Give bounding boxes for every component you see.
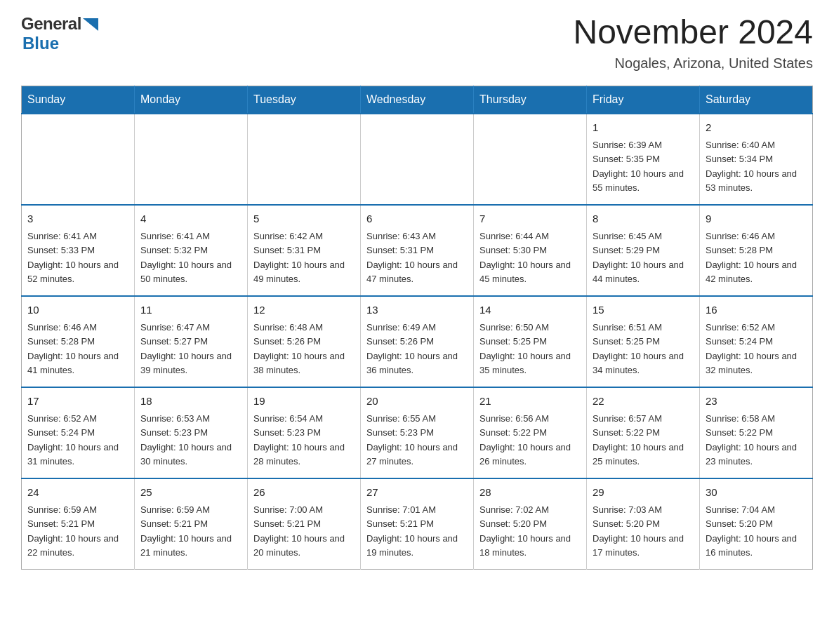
day-info: Sunrise: 6:40 AMSunset: 5:34 PMDaylight:… [706, 138, 807, 195]
calendar-cell: 28Sunrise: 7:02 AMSunset: 5:20 PMDayligh… [474, 478, 587, 570]
calendar-cell: 16Sunrise: 6:52 AMSunset: 5:24 PMDayligh… [700, 296, 813, 387]
day-number: 2 [706, 120, 807, 136]
column-header-thursday: Thursday [474, 86, 587, 114]
calendar-cell: 30Sunrise: 7:04 AMSunset: 5:20 PMDayligh… [700, 478, 813, 570]
day-info: Sunrise: 6:53 AMSunset: 5:23 PMDaylight:… [140, 412, 241, 469]
day-number: 24 [27, 485, 128, 501]
day-number: 27 [366, 485, 468, 501]
column-header-saturday: Saturday [700, 86, 813, 114]
day-info: Sunrise: 6:51 AMSunset: 5:25 PMDaylight:… [593, 321, 694, 377]
column-header-tuesday: Tuesday [248, 86, 361, 114]
calendar-cell [22, 114, 135, 205]
day-number: 10 [27, 302, 128, 318]
calendar-cell [135, 114, 248, 205]
calendar-cell: 24Sunrise: 6:59 AMSunset: 5:21 PMDayligh… [22, 478, 135, 570]
day-number: 23 [706, 394, 807, 410]
day-info: Sunrise: 6:46 AMSunset: 5:28 PMDaylight:… [706, 229, 807, 286]
day-info: Sunrise: 6:46 AMSunset: 5:28 PMDaylight:… [27, 321, 128, 377]
calendar-cell: 7Sunrise: 6:44 AMSunset: 5:30 PMDaylight… [474, 205, 587, 296]
day-number: 17 [27, 394, 128, 410]
day-info: Sunrise: 6:57 AMSunset: 5:22 PMDaylight:… [593, 412, 694, 469]
svg-marker-0 [83, 18, 98, 31]
calendar-cell: 11Sunrise: 6:47 AMSunset: 5:27 PMDayligh… [135, 296, 248, 387]
calendar-cell: 21Sunrise: 6:56 AMSunset: 5:22 PMDayligh… [474, 387, 587, 478]
day-number: 13 [366, 302, 468, 318]
day-info: Sunrise: 6:55 AMSunset: 5:23 PMDaylight:… [366, 412, 468, 469]
day-info: Sunrise: 6:48 AMSunset: 5:26 PMDaylight:… [253, 321, 355, 377]
week-row-3: 10Sunrise: 6:46 AMSunset: 5:28 PMDayligh… [22, 296, 813, 387]
week-row-1: 1Sunrise: 6:39 AMSunset: 5:35 PMDaylight… [22, 114, 813, 205]
week-row-5: 24Sunrise: 6:59 AMSunset: 5:21 PMDayligh… [22, 478, 813, 570]
day-info: Sunrise: 6:47 AMSunset: 5:27 PMDaylight:… [140, 321, 241, 377]
logo: General Blue [21, 14, 98, 53]
calendar-subtitle: Nogales, Arizona, United States [573, 55, 813, 72]
column-header-wednesday: Wednesday [361, 86, 474, 114]
calendar-cell: 29Sunrise: 7:03 AMSunset: 5:20 PMDayligh… [587, 478, 700, 570]
week-row-4: 17Sunrise: 6:52 AMSunset: 5:24 PMDayligh… [22, 387, 813, 478]
title-area: November 2024 Nogales, Arizona, United S… [573, 14, 813, 72]
day-info: Sunrise: 6:59 AMSunset: 5:21 PMDaylight:… [27, 503, 128, 560]
day-number: 21 [479, 394, 581, 410]
day-info: Sunrise: 6:58 AMSunset: 5:22 PMDaylight:… [706, 412, 807, 469]
day-info: Sunrise: 6:52 AMSunset: 5:24 PMDaylight:… [27, 412, 128, 469]
day-info: Sunrise: 7:01 AMSunset: 5:21 PMDaylight:… [366, 503, 468, 560]
calendar-cell: 19Sunrise: 6:54 AMSunset: 5:23 PMDayligh… [248, 387, 361, 478]
calendar-cell [248, 114, 361, 205]
calendar-cell: 9Sunrise: 6:46 AMSunset: 5:28 PMDaylight… [700, 205, 813, 296]
calendar-table: SundayMondayTuesdayWednesdayThursdayFrid… [21, 86, 813, 570]
calendar-cell: 25Sunrise: 6:59 AMSunset: 5:21 PMDayligh… [135, 478, 248, 570]
day-number: 12 [253, 302, 355, 318]
calendar-cell: 17Sunrise: 6:52 AMSunset: 5:24 PMDayligh… [22, 387, 135, 478]
logo-blue-text: Blue [22, 34, 59, 53]
calendar-cell: 5Sunrise: 6:42 AMSunset: 5:31 PMDaylight… [248, 205, 361, 296]
day-info: Sunrise: 6:43 AMSunset: 5:31 PMDaylight:… [366, 229, 468, 286]
day-info: Sunrise: 7:04 AMSunset: 5:20 PMDaylight:… [706, 503, 807, 560]
calendar-cell: 3Sunrise: 6:41 AMSunset: 5:33 PMDaylight… [22, 205, 135, 296]
day-info: Sunrise: 7:02 AMSunset: 5:20 PMDaylight:… [479, 503, 581, 560]
day-number: 19 [253, 394, 355, 410]
day-number: 28 [479, 485, 581, 501]
day-info: Sunrise: 6:59 AMSunset: 5:21 PMDaylight:… [140, 503, 241, 560]
day-number: 22 [593, 394, 694, 410]
logo-triangle-icon [83, 18, 98, 31]
calendar-cell: 23Sunrise: 6:58 AMSunset: 5:22 PMDayligh… [700, 387, 813, 478]
calendar-cell: 14Sunrise: 6:50 AMSunset: 5:25 PMDayligh… [474, 296, 587, 387]
day-number: 3 [27, 211, 128, 227]
day-number: 1 [593, 120, 694, 136]
calendar-cell [361, 114, 474, 205]
column-header-friday: Friday [587, 86, 700, 114]
calendar-cell: 10Sunrise: 6:46 AMSunset: 5:28 PMDayligh… [22, 296, 135, 387]
day-number: 8 [593, 211, 694, 227]
calendar-cell: 12Sunrise: 6:48 AMSunset: 5:26 PMDayligh… [248, 296, 361, 387]
day-number: 6 [366, 211, 468, 227]
calendar-cell: 13Sunrise: 6:49 AMSunset: 5:26 PMDayligh… [361, 296, 474, 387]
day-number: 15 [593, 302, 694, 318]
calendar-cell: 15Sunrise: 6:51 AMSunset: 5:25 PMDayligh… [587, 296, 700, 387]
day-info: Sunrise: 6:56 AMSunset: 5:22 PMDaylight:… [479, 412, 581, 469]
day-number: 4 [140, 211, 241, 227]
day-info: Sunrise: 6:39 AMSunset: 5:35 PMDaylight:… [593, 138, 694, 195]
calendar-cell: 27Sunrise: 7:01 AMSunset: 5:21 PMDayligh… [361, 478, 474, 570]
header: General Blue November 2024 Nogales, Ariz… [21, 14, 813, 72]
day-info: Sunrise: 6:41 AMSunset: 5:33 PMDaylight:… [27, 229, 128, 286]
day-info: Sunrise: 6:44 AMSunset: 5:30 PMDaylight:… [479, 229, 581, 286]
calendar-cell: 22Sunrise: 6:57 AMSunset: 5:22 PMDayligh… [587, 387, 700, 478]
day-info: Sunrise: 6:50 AMSunset: 5:25 PMDaylight:… [479, 321, 581, 377]
day-number: 25 [140, 485, 241, 501]
days-header-row: SundayMondayTuesdayWednesdayThursdayFrid… [22, 86, 813, 114]
day-number: 9 [706, 211, 807, 227]
day-info: Sunrise: 7:00 AMSunset: 5:21 PMDaylight:… [253, 503, 355, 560]
calendar-cell: 6Sunrise: 6:43 AMSunset: 5:31 PMDaylight… [361, 205, 474, 296]
day-number: 18 [140, 394, 241, 410]
column-header-monday: Monday [135, 86, 248, 114]
day-number: 20 [366, 394, 468, 410]
day-info: Sunrise: 7:03 AMSunset: 5:20 PMDaylight:… [593, 503, 694, 560]
calendar-cell [474, 114, 587, 205]
day-info: Sunrise: 6:52 AMSunset: 5:24 PMDaylight:… [706, 321, 807, 377]
calendar-cell: 1Sunrise: 6:39 AMSunset: 5:35 PMDaylight… [587, 114, 700, 205]
calendar-title: November 2024 [573, 14, 813, 51]
day-number: 11 [140, 302, 241, 318]
day-info: Sunrise: 6:54 AMSunset: 5:23 PMDaylight:… [253, 412, 355, 469]
calendar-cell: 2Sunrise: 6:40 AMSunset: 5:34 PMDaylight… [700, 114, 813, 205]
day-number: 30 [706, 485, 807, 501]
